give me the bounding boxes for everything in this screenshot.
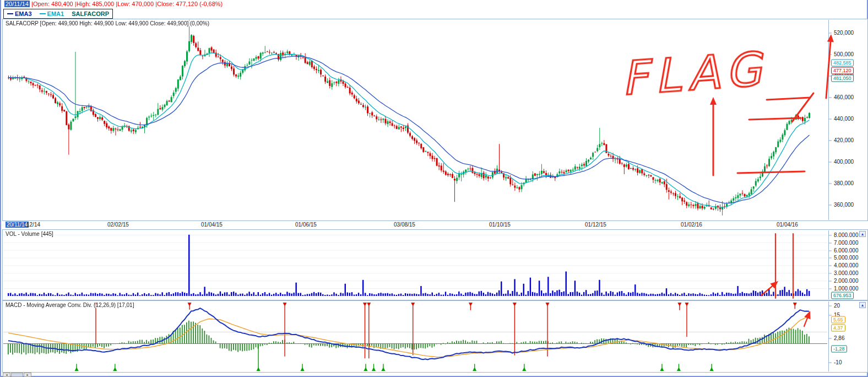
scrollbar-thumb[interactable] xyxy=(11,373,23,377)
collapse-icon: ▴ xyxy=(861,303,864,308)
date-axis-label: 03/08/15 xyxy=(394,222,415,228)
last-price-badge: 477,120 xyxy=(831,67,854,74)
price-axis-label: 440,000 xyxy=(834,116,854,122)
collapse-icon: ▴ xyxy=(861,231,864,236)
price-axis-label: 360,000 xyxy=(834,202,854,208)
date-axis-label: 02/02/15 xyxy=(107,222,129,228)
date-axis-label-selected: 20/11/14 xyxy=(6,222,29,228)
volume-axis-label: 6.000.000 xyxy=(834,247,859,254)
date-axis-label: 12/14 xyxy=(26,222,40,228)
legend-item-ema1[interactable]: EMA1 xyxy=(40,10,64,17)
ohlc-text: |Open: 480,400 |High: 485,000 |Low: 470,… xyxy=(30,1,223,7)
price-axis-label: 520,000 xyxy=(834,30,854,36)
volume-axis-label: 3.000.000 xyxy=(834,270,859,276)
scroll-right-button[interactable]: ▸ xyxy=(24,373,31,377)
scroll-right-icon: ▸ xyxy=(26,373,28,376)
volume-axis-label: 4.000.000 xyxy=(834,262,859,268)
date-axis-label: 01/04/16 xyxy=(777,222,798,228)
ema1-line-swatch xyxy=(40,13,46,14)
price-axis-label: 380,000 xyxy=(834,180,854,186)
price-axis-label: 420,000 xyxy=(834,137,854,143)
volume-axis-label: 5.000.000 xyxy=(834,255,859,261)
date-axis-label: 01/06/15 xyxy=(295,222,317,228)
horizontal-scrollbar: ◂ ▸ xyxy=(3,373,31,377)
date-axis-label: 01/02/16 xyxy=(681,222,702,228)
legend-ema1-label: EMA1 xyxy=(47,10,64,17)
legend-item-ema3[interactable]: EMA3 xyxy=(7,10,32,17)
macd-axis-label: 2,86 xyxy=(834,335,844,341)
volume-value-badge: 676.953 xyxy=(831,292,854,299)
legend-ema3-label: EMA3 xyxy=(15,10,32,17)
macd-chart-canvas[interactable] xyxy=(3,301,828,373)
scroll-left-icon: ◂ xyxy=(6,373,7,376)
indicator-legend: EMA3 EMA1 SALFACORP xyxy=(3,9,113,19)
volume-panel-title: VOL - Volume [445] xyxy=(6,231,53,237)
date-axis-label: 01/12/15 xyxy=(585,222,606,228)
price-y-axis: 520,000 500,000 480,000 460,000 440,000 … xyxy=(828,20,867,220)
macd-histogram-badge: -1,28 xyxy=(831,346,847,353)
volume-chart-canvas[interactable] xyxy=(3,230,828,300)
price-axis-label: 500,000 xyxy=(834,51,854,57)
macd-panel-collapse-button[interactable]: ▴ xyxy=(859,302,866,308)
volume-axis-label: 1.000.000 xyxy=(834,286,859,292)
volume-y-axis: 8.000.000 7.000.000 6.000.000 5.000.000 … xyxy=(828,230,867,299)
volume-axis-label: 2.000.000 xyxy=(834,278,859,284)
selected-date: 20/11/14 xyxy=(4,1,30,7)
ema3-value-badge: 481,050 xyxy=(831,75,854,82)
volume-axis-label: 8.000.000 xyxy=(834,232,859,238)
legend-item-salfacorp[interactable]: SALFACORP xyxy=(72,10,109,17)
price-axis-label: 460,000 xyxy=(834,94,854,100)
legend-salfacorp-label: SALFACORP xyxy=(72,10,109,17)
date-axis-label: 01/04/15 xyxy=(201,222,223,228)
price-axis-label: 400,000 xyxy=(834,159,854,165)
price-panel-title: SALFACORP [Open: 449,900 High: 449,900 L… xyxy=(6,20,209,26)
volume-axis-label: 7.000.000 xyxy=(834,240,859,246)
trading-app-window: 20/11/14 |Open: 480,400 |High: 485,000 |… xyxy=(0,0,868,377)
volume-panel-collapse-button[interactable]: ▴ xyxy=(859,231,866,237)
macd-panel-title: MACD - Moving Average Conv. Div. (12,26,… xyxy=(6,302,134,308)
macd-axis-label: 20 xyxy=(834,303,840,309)
ohlc-info-bar: 20/11/14 |Open: 480,400 |High: 485,000 |… xyxy=(4,1,223,8)
ema3-line-swatch xyxy=(7,13,13,14)
scroll-left-button[interactable]: ◂ xyxy=(3,373,10,377)
price-chart-canvas[interactable] xyxy=(3,20,828,221)
macd-axis-label: -10 xyxy=(834,359,842,365)
macd-signal-badge: 5,65 xyxy=(831,316,845,324)
date-axis-label: 01/10/15 xyxy=(489,222,511,228)
macd-secondary-badge: 4,37 xyxy=(831,325,845,332)
price-panel: SALFACORP [Open: 449,900 High: 449,900 L… xyxy=(2,19,868,221)
macd-y-axis: 20 15 2,86 -10 5,65 4,37 -1,28 xyxy=(828,301,867,371)
macd-panel: MACD - Moving Average Conv. Div. (12,26,… xyxy=(2,300,868,373)
ema1-value-badge: 482,585 xyxy=(831,60,854,67)
date-axis: 20/11/14 12/14 02/02/15 01/04/15 01/06/1… xyxy=(2,221,868,229)
volume-panel: VOL - Volume [445] 8.000.000 7.000.000 6… xyxy=(2,229,868,300)
